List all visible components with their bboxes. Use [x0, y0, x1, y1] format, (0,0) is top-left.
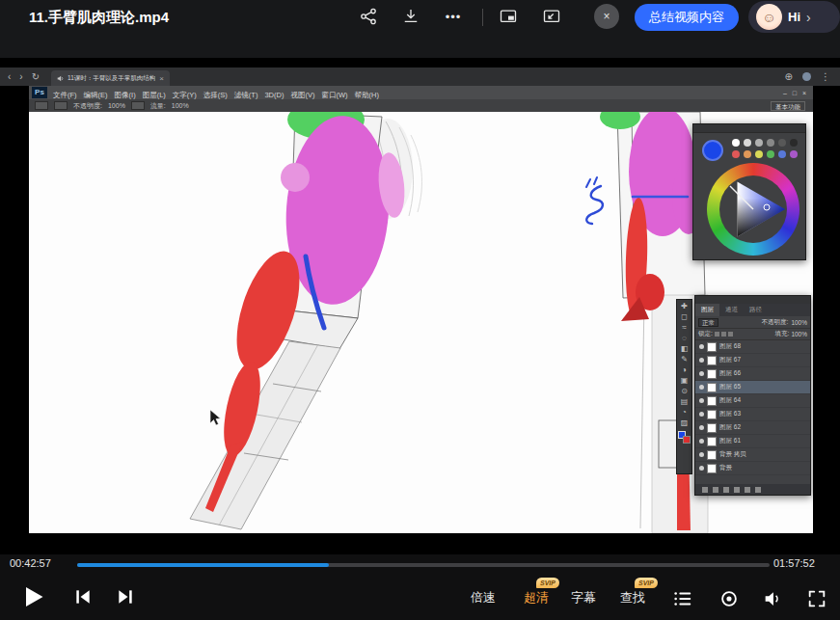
- color-swatch[interactable]: [755, 139, 763, 147]
- tab-paths[interactable]: 路径: [744, 304, 768, 316]
- layer-row[interactable]: 图层 61: [695, 435, 810, 448]
- browser-menu-icon[interactable]: ⋮: [821, 71, 830, 82]
- next-button[interactable]: [116, 587, 135, 607]
- layer-row[interactable]: 图层 64: [695, 394, 810, 408]
- share-button[interactable]: [358, 7, 379, 28]
- layer-row[interactable]: 背景: [695, 462, 810, 475]
- record-button[interactable]: [718, 588, 740, 609]
- color-swatch[interactable]: [778, 150, 786, 158]
- ps-menu-item[interactable]: 文件(F): [53, 91, 77, 99]
- blend-mode-select[interactable]: 正常: [698, 318, 718, 327]
- current-color-swatch[interactable]: [702, 140, 723, 161]
- layer-visibility-icon[interactable]: [699, 425, 704, 430]
- color-swatch[interactable]: [744, 150, 751, 158]
- more-button[interactable]: •••: [443, 7, 464, 28]
- color-wheel[interactable]: [707, 163, 799, 256]
- find-button[interactable]: 查找: [620, 589, 645, 607]
- quality-button[interactable]: 超清: [524, 589, 549, 607]
- tab-close-icon[interactable]: ×: [159, 74, 164, 83]
- zoom-tool-icon[interactable]: ▨: [681, 418, 689, 428]
- layer-row[interactable]: 图层 67: [695, 354, 810, 367]
- previous-button[interactable]: [73, 587, 93, 607]
- ps-menu-item[interactable]: 图层(L): [143, 91, 166, 99]
- saturation-triangle[interactable]: [707, 163, 799, 256]
- subtitles-button[interactable]: 字幕: [571, 589, 596, 607]
- ps-menu-item[interactable]: 窗口(W): [321, 91, 347, 99]
- workspace-switcher[interactable]: 基本功能: [771, 101, 805, 111]
- volume-button[interactable]: [762, 588, 783, 609]
- color-swatch[interactable]: [767, 150, 774, 158]
- ps-menu-item[interactable]: 滤镜(T): [234, 91, 258, 99]
- layer-visibility-icon[interactable]: [699, 385, 704, 390]
- lasso-tool-icon[interactable]: ≈: [682, 323, 686, 333]
- layer-row[interactable]: 图层 66: [695, 367, 810, 381]
- color-swatch[interactable]: [790, 150, 798, 158]
- layer-style-icon[interactable]: [713, 487, 718, 493]
- lock-transparency-icon[interactable]: [715, 332, 719, 337]
- profile-icon[interactable]: [802, 72, 811, 81]
- ps-menu-item[interactable]: 编辑(E): [84, 91, 108, 99]
- extensions-icon[interactable]: ⊕: [785, 71, 793, 82]
- layer-visibility-icon[interactable]: [699, 344, 704, 349]
- summarize-video-button[interactable]: 总结视频内容: [635, 4, 739, 31]
- lock-all-icon[interactable]: [728, 332, 733, 337]
- color-swatch[interactable]: [767, 139, 774, 147]
- ps-menu-item[interactable]: 视图(V): [290, 91, 314, 99]
- tab-channels[interactable]: 通道: [719, 304, 744, 316]
- layer-visibility-icon[interactable]: [699, 371, 704, 376]
- ps-menu-item[interactable]: 图像(I): [115, 91, 136, 99]
- clone-tool-icon[interactable]: ◑: [682, 365, 687, 375]
- forward-icon[interactable]: ›: [19, 71, 22, 82]
- marquee-tool-icon[interactable]: ◻: [681, 312, 688, 322]
- background-color-chip[interactable]: [683, 436, 691, 444]
- layer-row[interactable]: 背景 拷贝: [695, 448, 810, 462]
- eraser-tool-icon[interactable]: ▣: [681, 376, 689, 386]
- opacity-value[interactable]: 100%: [108, 102, 125, 109]
- color-swatch[interactable]: [790, 139, 798, 147]
- playlist-button[interactable]: [672, 588, 693, 609]
- layer-mask-icon[interactable]: [723, 487, 729, 493]
- picture-in-picture-button[interactable]: [498, 7, 519, 28]
- layer-row[interactable]: 图层 62: [695, 421, 810, 435]
- window-controls[interactable]: – □ ×: [783, 90, 808, 96]
- delete-layer-icon[interactable]: [755, 487, 761, 493]
- layer-visibility-icon[interactable]: [699, 398, 704, 403]
- back-icon[interactable]: ‹: [8, 71, 11, 82]
- adjustment-layer-icon[interactable]: [734, 487, 740, 493]
- layer-row[interactable]: 图层 68: [695, 340, 810, 354]
- ps-menu-item[interactable]: 帮助(H): [355, 91, 379, 99]
- mini-player-button[interactable]: [541, 7, 562, 28]
- pen-tool-icon[interactable]: ◔: [682, 408, 687, 418]
- color-swatch[interactable]: [732, 139, 740, 147]
- playback-speed-button[interactable]: 倍速: [471, 589, 496, 607]
- move-tool-icon[interactable]: ✚: [681, 302, 688, 311]
- layers-panel-grip[interactable]: [695, 296, 810, 304]
- play-button[interactable]: [19, 583, 46, 610]
- color-swatch[interactable]: [778, 139, 786, 147]
- ps-menu-item[interactable]: 选择(S): [203, 91, 228, 99]
- foreground-background-colors[interactable]: [678, 431, 691, 444]
- fill-value[interactable]: 100%: [791, 331, 807, 337]
- close-button[interactable]: ×: [594, 4, 619, 29]
- layer-row[interactable]: 图层 65: [695, 381, 810, 394]
- color-swatch[interactable]: [744, 139, 751, 147]
- download-button[interactable]: [400, 7, 421, 28]
- layer-row[interactable]: 图层 63: [695, 408, 810, 421]
- tab-layers[interactable]: 图层: [695, 304, 719, 316]
- lock-position-icon[interactable]: [721, 332, 726, 337]
- layers-opacity-value[interactable]: 100%: [791, 319, 807, 326]
- wand-tool-icon[interactable]: ◌: [682, 334, 687, 343]
- link-layers-icon[interactable]: [702, 487, 708, 493]
- layer-visibility-icon[interactable]: [699, 452, 704, 457]
- reload-icon[interactable]: ↻: [32, 71, 40, 82]
- crop-tool-icon[interactable]: ◧: [681, 344, 689, 354]
- gradient-tool-icon[interactable]: ▤: [681, 397, 689, 407]
- layer-visibility-icon[interactable]: [699, 358, 704, 363]
- dodge-tool-icon[interactable]: ⊙: [681, 387, 688, 396]
- color-panel-header[interactable]: [693, 124, 805, 133]
- account-pill[interactable]: ☺ Hi ›: [748, 1, 840, 33]
- ps-menu-item[interactable]: 3D(D): [264, 91, 284, 99]
- tool-preset-box[interactable]: [35, 101, 48, 110]
- new-layer-icon[interactable]: [745, 487, 750, 493]
- flow-box[interactable]: [131, 101, 145, 110]
